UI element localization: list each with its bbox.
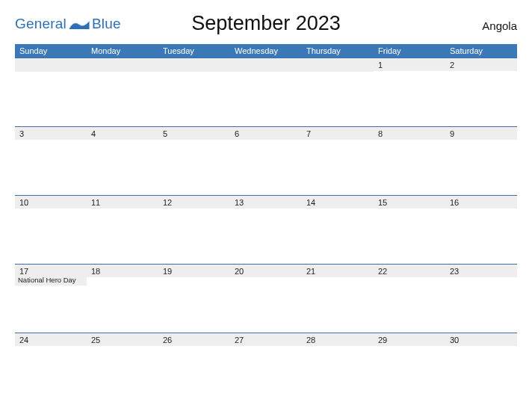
holiday-label: National Hero Day (15, 276, 87, 284)
calendar-cell: 30 (445, 333, 517, 402)
calendar-cell: 7 (302, 127, 374, 196)
calendar-cell: 26 (158, 333, 230, 402)
day-body (15, 140, 87, 195)
day-number: 6 (230, 127, 302, 138)
day-body (230, 277, 302, 333)
logo-text-blue: Blue (92, 16, 121, 32)
month-year-title: September 2023 (127, 12, 405, 35)
calendar-week: 3456789 (15, 127, 517, 196)
day-body (158, 140, 230, 195)
calendar-cell: 13 (230, 196, 302, 265)
day-body (445, 140, 517, 195)
day-number (158, 58, 230, 70)
calendar-cell: 10 (15, 196, 87, 265)
calendar-cell: 12 (158, 196, 230, 265)
calendar-cell: 22 (374, 265, 445, 333)
day-number: 14 (302, 196, 374, 207)
day-body (15, 208, 87, 264)
day-number: 22 (374, 265, 445, 276)
brand-logo: General Blue (15, 16, 127, 32)
day-body (445, 208, 517, 264)
day-body (87, 72, 158, 126)
day-body (87, 277, 158, 333)
day-body (374, 346, 445, 402)
calendar-cell: 18 (87, 265, 158, 333)
calendar-cell: 24 (15, 333, 87, 402)
day-body (445, 71, 517, 126)
day-body (15, 346, 87, 402)
dayname-sun: Sunday (15, 44, 87, 58)
day-body (302, 277, 374, 333)
day-body (445, 346, 517, 402)
calendar-cell: 3 (15, 127, 87, 196)
calendar-cell: 29 (374, 333, 445, 402)
dayname-wed: Wednesday (230, 44, 302, 58)
country-label: Angola (405, 15, 517, 32)
dayname-sat: Saturday (445, 44, 517, 58)
dayname-fri: Friday (374, 44, 445, 58)
day-body (158, 208, 230, 264)
dayname-row: Sunday Monday Tuesday Wednesday Thursday… (15, 44, 517, 58)
calendar-cell: 9 (445, 127, 517, 196)
day-body (15, 72, 87, 126)
day-body (374, 71, 445, 126)
calendar-cell: 5 (158, 127, 230, 196)
day-body (230, 140, 302, 195)
day-number: 7 (302, 127, 374, 138)
day-number: 9 (445, 127, 517, 138)
calendar-week: 24252627282930 (15, 333, 517, 402)
day-number (230, 58, 302, 70)
day-body (374, 277, 445, 333)
day-number: 26 (158, 333, 230, 344)
day-body (302, 208, 374, 264)
day-body (87, 208, 158, 264)
dayname-mon: Monday (87, 44, 158, 58)
day-number: 10 (15, 196, 87, 207)
calendar-cell: 23 (445, 265, 517, 333)
day-body (230, 208, 302, 264)
day-number: 21 (302, 265, 374, 276)
day-number: 1 (374, 58, 445, 69)
day-number (302, 58, 374, 70)
day-body (87, 140, 158, 195)
calendar-cell: 20 (230, 265, 302, 333)
day-number: 17 (15, 265, 87, 276)
calendar-cell: 17National Hero Day (15, 265, 87, 333)
day-number: 25 (87, 333, 158, 344)
day-number (87, 58, 158, 70)
calendar-cell: 1 (374, 58, 445, 127)
day-number: 11 (87, 196, 158, 207)
dayname-tue: Tuesday (158, 44, 230, 58)
day-body (158, 346, 230, 402)
day-number: 2 (445, 58, 517, 69)
day-body (374, 208, 445, 264)
day-body (158, 277, 230, 333)
day-body (15, 285, 87, 333)
calendar-cell: 15 (374, 196, 445, 265)
day-number: 18 (87, 265, 158, 276)
wave-icon (68, 17, 90, 32)
day-body (230, 346, 302, 402)
day-number: 5 (158, 127, 230, 138)
day-number: 23 (445, 265, 517, 276)
day-number: 16 (445, 196, 517, 207)
day-number: 20 (230, 265, 302, 276)
day-number: 30 (445, 333, 517, 344)
calendar-cell (230, 58, 302, 127)
day-number: 28 (302, 333, 374, 344)
day-number: 3 (15, 127, 87, 138)
day-number: 13 (230, 196, 302, 207)
day-body (302, 72, 374, 126)
calendar-cell: 6 (230, 127, 302, 196)
calendar-cell: 11 (87, 196, 158, 265)
logo-text-general: General (15, 16, 66, 32)
calendar-cell: 28 (302, 333, 374, 402)
day-number: 15 (374, 196, 445, 207)
day-body (87, 346, 158, 402)
calendar-week: 10111213141516 (15, 196, 517, 265)
calendar-cell: 27 (230, 333, 302, 402)
calendar-week: 12 (15, 58, 517, 127)
calendar-cell (302, 58, 374, 127)
calendar-cell: 16 (445, 196, 517, 265)
day-body (302, 140, 374, 195)
